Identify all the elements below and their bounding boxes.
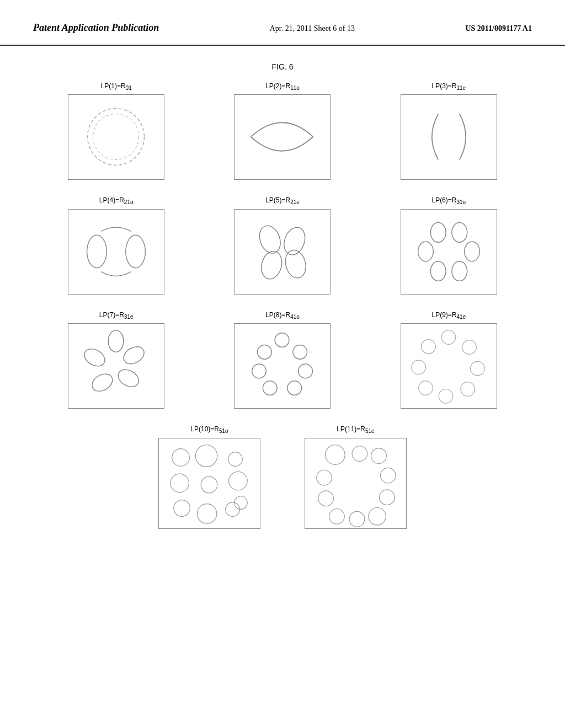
svg-point-17 — [89, 371, 115, 395]
svg-point-1 — [93, 114, 139, 160]
diagram-cell-10: LP(10)=R51o — [158, 425, 260, 528]
diagram-row-4: LP(10)=R51o — [33, 425, 532, 528]
svg-point-24 — [252, 364, 266, 378]
svg-point-15 — [121, 344, 147, 368]
diagram-cell-11: LP(11)=R51e — [305, 425, 407, 528]
svg-point-31 — [418, 381, 433, 395]
diagram-cell-8: LP(8)=R41o — [234, 311, 331, 409]
diagram-box-5 — [234, 209, 331, 295]
svg-point-48 — [381, 468, 396, 483]
svg-point-16 — [115, 366, 142, 390]
svg-point-45 — [352, 446, 367, 461]
svg-point-2 — [87, 235, 107, 267]
svg-point-47 — [317, 470, 332, 485]
diagram-label-3: LP(3)=R11e — [431, 82, 466, 91]
svg-point-3 — [126, 235, 146, 267]
diagram-label-10: LP(10)=R51o — [190, 425, 228, 434]
svg-point-30 — [439, 389, 453, 404]
diagram-cell-1: LP(1)=R01 — [68, 82, 164, 180]
svg-point-43 — [234, 496, 248, 509]
svg-point-41 — [226, 502, 240, 516]
svg-point-9 — [452, 222, 467, 242]
diagram-label-4: LP(4)=R21o — [99, 196, 134, 205]
diagram-row-2: LP(4)=R21o LP(5)=R21e — [33, 196, 532, 294]
svg-point-51 — [329, 508, 345, 524]
svg-point-14 — [108, 330, 124, 352]
svg-point-42 — [201, 477, 217, 493]
svg-point-12 — [430, 261, 446, 281]
diagram-box-9 — [401, 323, 497, 409]
svg-point-23 — [263, 381, 278, 395]
diagram-cell-9: LP(9)=R41e — [401, 311, 497, 409]
diagram-label-6: LP(6)=R31o — [431, 196, 466, 205]
svg-point-49 — [318, 490, 334, 506]
svg-point-25 — [258, 345, 272, 360]
diagram-box-1 — [68, 94, 164, 180]
svg-point-34 — [172, 448, 190, 466]
header-right: US 2011/0091177 A1 — [465, 24, 532, 33]
diagram-cell-7: LP(7)=R31e — [68, 311, 164, 409]
main-content: FIG. 6 LP(1)=R01 LP(2)=R11o — [0, 46, 565, 562]
diagram-label-7: LP(7)=R31e — [99, 311, 134, 320]
svg-point-18 — [82, 345, 108, 370]
svg-point-38 — [229, 472, 248, 490]
svg-point-33 — [421, 340, 435, 354]
svg-point-36 — [228, 452, 243, 466]
diagram-box-7 — [68, 323, 164, 409]
svg-point-28 — [470, 361, 484, 376]
figure-title: FIG. 6 — [33, 62, 532, 71]
diagram-box-2 — [234, 94, 331, 180]
svg-point-10 — [418, 242, 433, 261]
svg-point-32 — [412, 360, 426, 374]
svg-point-40 — [197, 504, 217, 523]
svg-point-8 — [430, 222, 446, 242]
svg-point-0 — [88, 109, 145, 165]
diagram-box-10 — [158, 438, 260, 529]
diagram-box-3 — [401, 94, 497, 180]
diagram-cell-3: LP(3)=R11e — [401, 82, 497, 180]
diagram-label-1: LP(1)=R01 — [101, 82, 132, 91]
svg-point-21 — [299, 364, 313, 378]
diagram-box-8 — [234, 323, 331, 409]
svg-point-22 — [287, 381, 302, 395]
svg-point-50 — [380, 489, 395, 505]
page-header: Patent Application Publication Apr. 21, … — [0, 0, 565, 46]
diagram-label-5: LP(5)=R21e — [265, 196, 300, 205]
svg-point-26 — [441, 330, 456, 345]
svg-point-35 — [195, 445, 217, 467]
diagram-row-3: LP(7)=R31e LP(8)=R41o — [33, 311, 532, 409]
diagram-cell-4: LP(4)=R21o — [68, 196, 164, 294]
svg-point-53 — [369, 507, 386, 525]
svg-point-6 — [259, 249, 285, 281]
svg-point-44 — [326, 445, 345, 464]
svg-point-20 — [293, 345, 307, 360]
diagram-label-11: LP(11)=R51e — [337, 425, 374, 434]
svg-point-4 — [256, 223, 284, 256]
svg-point-52 — [349, 511, 365, 527]
diagram-box-11 — [305, 438, 407, 529]
svg-point-46 — [371, 448, 387, 463]
svg-point-13 — [452, 261, 467, 281]
svg-point-39 — [174, 500, 190, 516]
svg-point-5 — [281, 224, 309, 258]
diagram-row-1: LP(1)=R01 LP(2)=R11o — [33, 82, 532, 180]
diagram-box-4 — [68, 209, 164, 295]
header-left: Patent Application Publication — [33, 22, 159, 34]
svg-point-27 — [462, 340, 477, 355]
diagram-cell-6: LP(6)=R31o — [401, 196, 497, 294]
diagram-cell-5: LP(5)=R21e — [234, 196, 331, 294]
svg-point-37 — [170, 474, 189, 493]
diagram-box-6 — [401, 209, 497, 295]
header-center: Apr. 21, 2011 Sheet 6 of 13 — [270, 24, 355, 33]
diagram-cell-2: LP(2)=R11o — [234, 82, 331, 180]
diagram-label-2: LP(2)=R11o — [265, 82, 300, 91]
diagram-label-8: LP(8)=R41o — [265, 311, 300, 320]
svg-point-29 — [461, 382, 475, 397]
diagram-label-9: LP(9)=R41e — [431, 311, 466, 320]
svg-point-19 — [275, 333, 290, 347]
svg-point-11 — [464, 242, 479, 261]
